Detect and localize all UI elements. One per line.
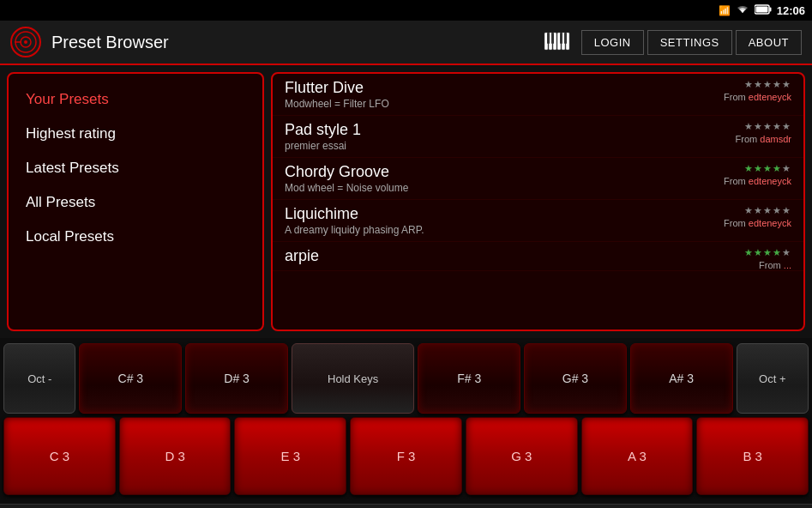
preset-stars-4: ★★★★★	[744, 247, 791, 258]
g3-key[interactable]: G 3	[466, 417, 578, 495]
keyboard-section: Oct - C# 3 D# 3 Hold Keys F# 3 G# 3 A# 3…	[0, 338, 812, 504]
as3-key[interactable]: A# 3	[630, 343, 733, 414]
top-nav: LOGIN SETTINGS ABOUT	[544, 30, 802, 55]
preset-stars-2: ★★★★★	[744, 163, 791, 174]
main-content: Your Presets Highest rating Latest Prese…	[0, 65, 812, 338]
sidebar-item-local-presets[interactable]: Local Presets	[9, 220, 262, 254]
signal-icon: 📶	[719, 5, 731, 16]
white-keys-row: C 3 D 3 E 3 F 3 G 3 A 3 B 3	[0, 417, 812, 500]
preset-desc-2: Mod wheel = Noise volume	[285, 182, 791, 194]
about-button[interactable]: ABOUT	[736, 30, 802, 55]
preset-stars-3: ★★★★★	[744, 205, 791, 216]
preset-meta-0: ★★★★★From edteneyck	[724, 79, 791, 102]
settings-button[interactable]: SETTINGS	[647, 30, 732, 55]
sidebar-item-highest-rating[interactable]: Highest rating	[9, 117, 262, 151]
preset-meta-2: ★★★★★From edteneyck	[724, 163, 791, 186]
app-logo	[10, 27, 41, 57]
status-icons: 📶 12:06	[719, 4, 805, 17]
c3-key[interactable]: C 3	[3, 417, 116, 495]
preset-name-2: Chordy Groove	[285, 163, 791, 181]
svg-rect-2	[755, 7, 767, 13]
svg-rect-16	[560, 33, 562, 44]
preset-item-0[interactable]: Flutter DiveModwheel = Filter LFO★★★★★Fr…	[273, 74, 803, 116]
preset-stars-0: ★★★★★	[744, 79, 791, 90]
svg-rect-14	[547, 33, 550, 44]
login-button[interactable]: LOGIN	[581, 30, 644, 55]
e3-key[interactable]: E 3	[234, 417, 346, 495]
preset-from-4: From ...	[759, 260, 791, 270]
preset-from-3: From edteneyck	[724, 218, 791, 228]
svg-rect-17	[564, 33, 567, 44]
status-bar: 📶 12:06	[0, 0, 812, 21]
hold-keys-key[interactable]: Hold Keys	[292, 343, 414, 414]
app-title: Preset Browser	[51, 33, 544, 52]
fs3-key[interactable]: F# 3	[418, 343, 520, 414]
svg-point-6	[24, 40, 27, 44]
preset-item-1[interactable]: Pad style 1premier essai★★★★★From damsdr	[273, 116, 803, 158]
ds3-key[interactable]: D# 3	[185, 343, 288, 414]
oct-minus-key[interactable]: Oct -	[3, 343, 75, 414]
sidebar-item-latest-presets[interactable]: Latest Presets	[9, 151, 262, 185]
battery-icon	[755, 4, 772, 16]
clock-display: 12:06	[777, 4, 805, 17]
left-panel: Your Presets Highest rating Latest Prese…	[7, 72, 264, 331]
cs3-key[interactable]: C# 3	[79, 343, 182, 414]
piano-button[interactable]	[544, 31, 571, 54]
preset-meta-4: ★★★★★From ...	[744, 247, 791, 270]
right-panel: Flutter DiveModwheel = Filter LFO★★★★★Fr…	[271, 72, 805, 331]
gs3-key[interactable]: G# 3	[524, 343, 627, 414]
f3-key[interactable]: F 3	[350, 417, 462, 495]
a3-key[interactable]: A 3	[581, 417, 694, 495]
b3-key[interactable]: B 3	[696, 417, 809, 495]
preset-item-2[interactable]: Chordy GrooveMod wheel = Noise volume★★★…	[273, 158, 803, 200]
sidebar-item-all-presets[interactable]: All Presets	[9, 185, 262, 220]
preset-from-0: From edteneyck	[724, 92, 791, 102]
wifi-icon	[736, 4, 749, 16]
preset-name-1: Pad style 1	[285, 121, 791, 139]
preset-item-4[interactable]: arpie★★★★★From ...	[273, 242, 803, 271]
preset-name-4: arpie	[285, 247, 791, 265]
black-keys-row: Oct - C# 3 D# 3 Hold Keys F# 3 G# 3 A# 3…	[0, 338, 812, 417]
sidebar-item-your-presets[interactable]: Your Presets	[9, 82, 262, 117]
top-bar: Preset Browser LOGIN SETTINGS ABOUT	[0, 21, 812, 65]
oct-plus-key[interactable]: Oct +	[737, 343, 809, 414]
svg-rect-1	[769, 8, 771, 12]
preset-item-3[interactable]: LiquichimeA dreamy liquidy phasing ARP.★…	[273, 200, 803, 242]
preset-meta-1: ★★★★★From damsdr	[736, 121, 791, 144]
preset-name-3: Liquichime	[285, 205, 791, 223]
preset-desc-0: Modwheel = Filter LFO	[285, 98, 791, 110]
preset-stars-1: ★★★★★	[744, 121, 791, 132]
preset-name-0: Flutter Dive	[285, 79, 791, 97]
preset-meta-3: ★★★★★From edteneyck	[724, 205, 791, 228]
nav-bar	[0, 504, 812, 508]
preset-from-2: From edteneyck	[724, 176, 791, 186]
d3-key[interactable]: D 3	[119, 417, 232, 495]
svg-rect-15	[551, 33, 554, 44]
preset-desc-1: premier essai	[285, 140, 791, 152]
preset-desc-3: A dreamy liquidy phasing ARP.	[285, 224, 791, 236]
preset-from-1: From damsdr	[736, 134, 791, 144]
